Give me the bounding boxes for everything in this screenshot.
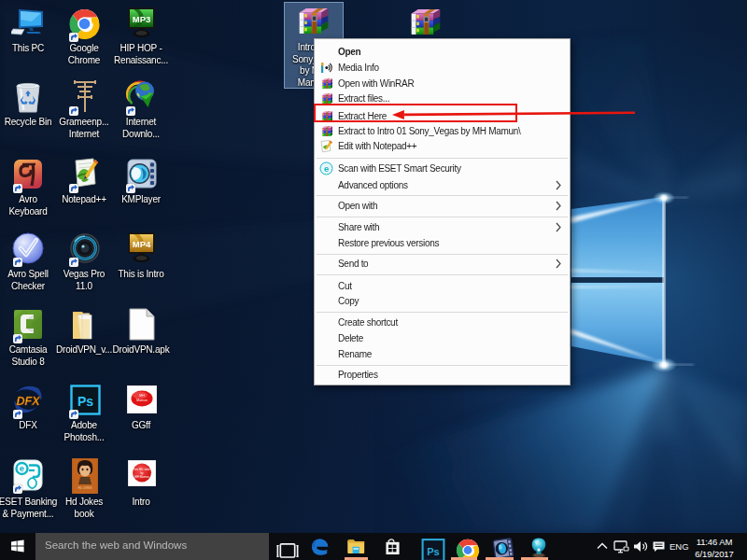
svg-text:MP4: MP4 [133,239,151,249]
svg-text:MH: MH [139,394,145,398]
svg-text:Ps: Ps [427,546,440,557]
svg-text:MH Mamun: MH Mamun [134,475,149,479]
svg-text:MP3: MP3 [133,14,151,24]
svg-text:HD JOKES: HD JOKES [78,486,92,490]
svg-text:e: e [20,463,24,473]
svg-text:e: e [324,163,329,174]
svg-text:Ps: Ps [78,394,93,409]
svg-text:DFX: DFX [17,395,41,408]
svg-text:Mamun: Mamun [136,399,147,402]
